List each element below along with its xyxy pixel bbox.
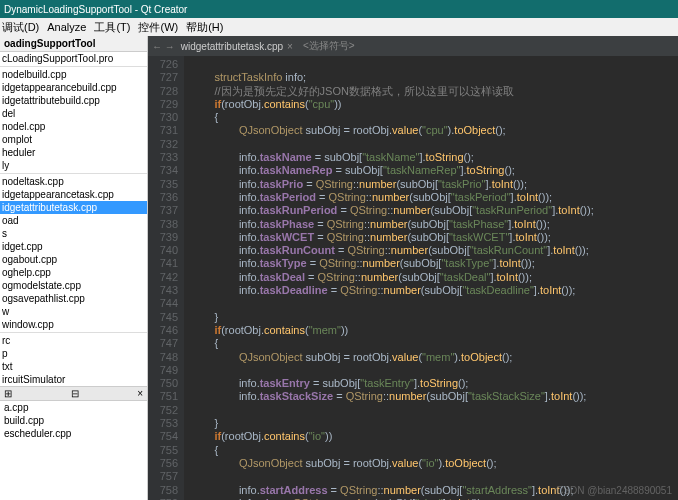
- tree-item[interactable]: idgetappearancebuild.cpp: [0, 81, 147, 94]
- open-doc-item[interactable]: escheduler.cpp: [0, 427, 147, 440]
- tree-item[interactable]: ly: [0, 159, 147, 172]
- tree-item[interactable]: ircuitSimulator: [0, 373, 147, 386]
- tree-item[interactable]: idgetattributebuild.cpp: [0, 94, 147, 107]
- tree-item[interactable]: del: [0, 107, 147, 120]
- open-docs-header: ⊞⊟×: [0, 386, 147, 401]
- symbol-dropdown[interactable]: <选择符号>: [303, 39, 355, 53]
- tree-item[interactable]: ogsavepathlist.cpp: [0, 292, 147, 305]
- main-area: oadingSupportTool cLoadingSupportTool.pr…: [0, 36, 678, 500]
- tree-item[interactable]: nodel.cpp: [0, 120, 147, 133]
- code-text[interactable]: structTaskInfo info; //因为是预先定义好的JSON数据格式…: [184, 56, 678, 500]
- tree-item[interactable]: omplot: [0, 133, 147, 146]
- current-file[interactable]: widgetattributetask.cpp: [181, 41, 283, 52]
- tree-item[interactable]: p: [0, 347, 147, 360]
- tree-item[interactable]: ogabout.cpp: [0, 253, 147, 266]
- menu-item[interactable]: 调试(D): [2, 20, 39, 35]
- panel-button[interactable]: ×: [137, 388, 143, 399]
- code-area[interactable]: 7267277287297307317327337347357367377387…: [148, 56, 678, 500]
- tree-item[interactable]: idgetattributetask.cpp: [0, 201, 147, 214]
- menu-item[interactable]: 控件(W): [138, 20, 178, 35]
- side-panel: oadingSupportTool cLoadingSupportTool.pr…: [0, 36, 148, 500]
- tree-item[interactable]: ogmodelstate.cpp: [0, 279, 147, 292]
- panel-button[interactable]: ⊟: [71, 388, 79, 399]
- tree-item[interactable]: heduler: [0, 146, 147, 159]
- menu-item[interactable]: 工具(T): [94, 20, 130, 35]
- tree-item[interactable]: nodeltask.cpp: [0, 175, 147, 188]
- panel-button[interactable]: ⊞: [4, 388, 12, 399]
- close-icon[interactable]: ×: [287, 41, 293, 52]
- open-doc-item[interactable]: build.cpp: [0, 414, 147, 427]
- menu-item[interactable]: Analyze: [47, 21, 86, 33]
- open-doc-item[interactable]: a.cpp: [0, 401, 147, 414]
- tree-item[interactable]: txt: [0, 360, 147, 373]
- tree-item[interactable]: nodelbuild.cpp: [0, 68, 147, 81]
- editor-pane: ← → widgetattributetask.cpp × <选择符号> 726…: [148, 36, 678, 500]
- watermark: CSDN @bian2488890051: [556, 485, 672, 496]
- line-gutter: 7267277287297307317327337347357367377387…: [148, 56, 184, 500]
- tree-item[interactable]: oghelp.cpp: [0, 266, 147, 279]
- menu-item[interactable]: 帮助(H): [186, 20, 223, 35]
- project-header: oadingSupportTool: [0, 36, 147, 52]
- title-bar: DynamicLoadingSupportTool - Qt Creator: [0, 0, 678, 18]
- tree-item[interactable]: s: [0, 227, 147, 240]
- window-title: DynamicLoadingSupportTool - Qt Creator: [4, 4, 187, 15]
- tree-item[interactable]: w: [0, 305, 147, 318]
- tree-item[interactable]: rc: [0, 334, 147, 347]
- project-tree[interactable]: cLoadingSupportTool.pronodelbuild.cppidg…: [0, 52, 147, 386]
- editor-tab-bar: ← → widgetattributetask.cpp × <选择符号>: [148, 36, 678, 56]
- menu-bar: 调试(D)Analyze工具(T)控件(W)帮助(H): [0, 18, 678, 36]
- open-docs-list[interactable]: a.cppbuild.cppescheduler.cpp: [0, 401, 147, 440]
- tree-item[interactable]: oad: [0, 214, 147, 227]
- tree-item[interactable]: idget.cpp: [0, 240, 147, 253]
- project-file[interactable]: cLoadingSupportTool.pro: [0, 52, 147, 65]
- nav-arrows[interactable]: ← →: [152, 41, 175, 52]
- tree-item[interactable]: window.cpp: [0, 318, 147, 331]
- tree-item[interactable]: idgetappearancetask.cpp: [0, 188, 147, 201]
